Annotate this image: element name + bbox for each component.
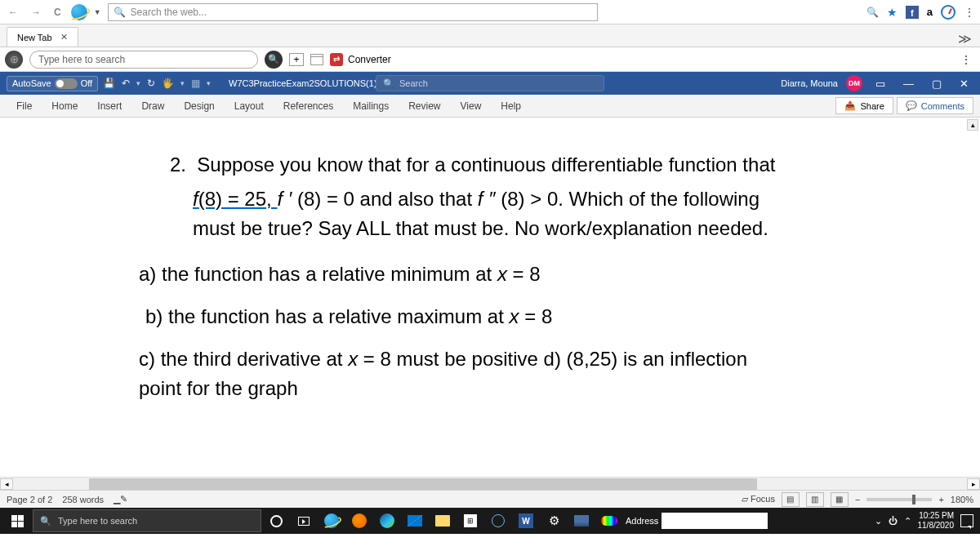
web-layout-button[interactable]: ▦ — [831, 492, 849, 507]
zoom-out-button[interactable]: − — [855, 495, 860, 504]
back-button[interactable]: ← — [5, 7, 21, 18]
close-button[interactable]: ✕ — [955, 78, 973, 90]
taskbar-search-input[interactable]: 🔍 Type here to search — [33, 509, 261, 532]
settings-icon[interactable]: ⚙ — [541, 509, 567, 532]
browser-globe-icon[interactable] — [485, 509, 511, 532]
word-search-placeholder: Search — [399, 78, 428, 88]
search-go-button[interactable]: 🔍 — [265, 51, 283, 69]
scroll-right-button[interactable]: ▸ — [967, 478, 980, 490]
forward-button[interactable]: → — [28, 7, 44, 18]
tray-chevron-icon[interactable]: ⌃ — [904, 516, 911, 527]
browser-search-input[interactable]: 🔍 Search the web... — [108, 3, 598, 21]
window-icon[interactable] — [310, 54, 323, 65]
tray-expand-icon[interactable]: ⌄ — [875, 516, 882, 527]
clock[interactable]: 10:25 PM 11/8/2020 — [918, 511, 955, 531]
qat-dropdown[interactable]: ▾ — [207, 79, 211, 87]
expand-tabs-icon[interactable]: ≫ — [950, 31, 980, 47]
tab-file[interactable]: File — [7, 95, 42, 117]
browser-tab[interactable]: New Tab ✕ — [7, 27, 78, 47]
focus-button[interactable]: ▱ Focus — [742, 494, 775, 504]
converter-label: Converter — [348, 54, 391, 65]
minimize-button[interactable]: — — [898, 78, 919, 90]
proofing-icon[interactable]: ▁✎ — [114, 494, 127, 504]
tab-help[interactable]: Help — [491, 95, 531, 117]
start-button[interactable] — [3, 509, 31, 532]
zoom-in-button[interactable]: + — [938, 495, 943, 504]
tab-insert[interactable]: Insert — [87, 95, 131, 117]
read-mode-button[interactable]: ▤ — [782, 492, 800, 507]
maximize-button[interactable]: ▢ — [927, 78, 947, 90]
task-view-icon[interactable] — [291, 509, 317, 532]
scroll-thumb[interactable] — [89, 478, 757, 490]
photos-icon[interactable] — [568, 509, 595, 532]
share-button[interactable]: 📤Share — [835, 97, 893, 114]
tab-references[interactable]: References — [274, 95, 343, 117]
new-tab-button[interactable]: + — [289, 53, 304, 66]
mail-icon[interactable] — [402, 509, 428, 532]
comments-button[interactable]: 💬Comments — [897, 97, 973, 114]
more-icon[interactable]: ⋮ — [964, 6, 975, 19]
tab-view[interactable]: View — [451, 95, 492, 117]
ribbon-display-icon[interactable]: ▭ — [871, 78, 890, 90]
tab-home[interactable]: Home — [42, 95, 87, 117]
save-icon[interactable]: 💾 — [103, 78, 115, 89]
tab-layout[interactable]: Layout — [225, 95, 274, 117]
facebook-icon[interactable]: f — [906, 6, 919, 19]
favorites-icon[interactable]: ★ — [887, 6, 898, 19]
converter-button[interactable]: ⇄ Converter — [330, 53, 391, 66]
document-page[interactable]: ▴ 2. Suppose you know that for a continu… — [0, 118, 980, 477]
avatar[interactable]: DM — [846, 75, 862, 91]
zoom-slider[interactable] — [866, 498, 932, 501]
undo-icon[interactable]: ↶ — [122, 78, 130, 89]
cortana-icon[interactable] — [263, 509, 289, 532]
address-input[interactable] — [662, 513, 768, 529]
globe-icon[interactable]: ⊕ — [5, 51, 23, 69]
address-label: Address — [626, 516, 658, 526]
page-indicator[interactable]: Page 2 of 2 — [7, 495, 52, 504]
acer-icon[interactable] — [596, 509, 622, 532]
dropdown-icon[interactable]: ▼ — [94, 8, 101, 16]
redo-icon[interactable]: ↻ — [147, 78, 155, 89]
ie-icon — [71, 4, 87, 20]
search-icon-right[interactable]: 🔍 — [866, 7, 879, 18]
word-taskbar-icon[interactable]: W — [513, 509, 539, 532]
ie-taskbar-icon[interactable] — [318, 509, 345, 532]
autosave-toggle[interactable]: AutoSave Off — [7, 76, 98, 91]
autosave-state: Off — [81, 78, 92, 88]
print-layout-button[interactable]: ▥ — [806, 492, 824, 507]
search-icon: 🔍 — [40, 516, 51, 527]
question-text: Suppose you know that for a continuous d… — [197, 153, 775, 176]
toolbar-search-placeholder: Type here to search — [38, 54, 125, 65]
word-search-input[interactable]: 🔍 Search — [376, 75, 604, 91]
notifications-icon[interactable] — [960, 514, 973, 527]
scroll-up-button[interactable]: ▴ — [967, 119, 978, 131]
word-count[interactable]: 258 words — [62, 495, 104, 504]
tab-review[interactable]: Review — [399, 95, 450, 117]
tab-design[interactable]: Design — [174, 95, 224, 117]
amazon-icon[interactable]: a — [927, 6, 933, 18]
store-icon[interactable]: ⊞ — [457, 509, 483, 532]
horizontal-scrollbar[interactable]: ◂ ▸ — [0, 477, 980, 490]
search-icon: 🔍 — [383, 78, 394, 89]
scroll-left-button[interactable]: ◂ — [0, 478, 13, 490]
question-number: 2. — [170, 153, 186, 176]
reload-button[interactable]: C — [51, 7, 65, 18]
tab-mailings[interactable]: Mailings — [343, 95, 399, 117]
search-placeholder: Search the web... — [131, 7, 207, 18]
zoom-level[interactable]: 180% — [951, 495, 973, 504]
toolbar-more-icon[interactable]: ⋮ — [960, 53, 975, 66]
edge-icon[interactable] — [374, 509, 400, 532]
power-icon[interactable]: ⏻ — [889, 516, 898, 526]
address-toolbar[interactable]: Address — [626, 513, 768, 529]
firefox-icon[interactable] — [346, 509, 372, 532]
file-explorer-icon[interactable] — [430, 509, 456, 532]
close-tab-icon[interactable]: ✕ — [60, 32, 68, 42]
toolbar-search-input[interactable]: Type here to search — [29, 51, 258, 69]
tab-draw[interactable]: Draw — [131, 95, 174, 117]
dashlane-icon[interactable] — [941, 5, 956, 20]
qat-icon[interactable]: ▦ — [191, 78, 200, 89]
touch-mode-icon[interactable]: 🖐 — [162, 78, 174, 89]
tab-label: New Tab — [17, 33, 52, 42]
share-icon: 📤 — [844, 100, 856, 111]
converter-icon: ⇄ — [330, 53, 343, 66]
